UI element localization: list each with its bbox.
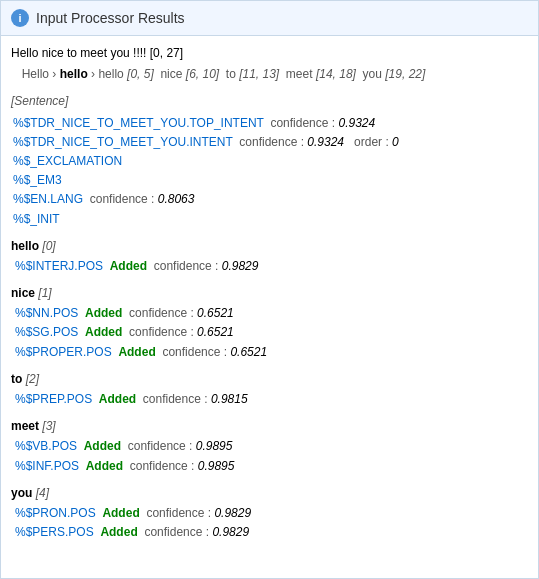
word-header-to: to [2] (11, 370, 528, 389)
word-section-meet: meet [3] %$VB.POS Added confidence : 0.9… (11, 417, 528, 476)
pos-line-meet-1: %$VB.POS Added confidence : 0.9895 (11, 437, 528, 456)
intent-line-2: %$TDR_NICE_TO_MEET_YOU.INTENT confidence… (11, 133, 528, 152)
pos-line-nice-2: %$SG.POS Added confidence : 0.6521 (11, 323, 528, 342)
word-section-hello: hello [0] %$INTERJ.POS Added confidence … (11, 237, 528, 276)
intent-line-1: %$TDR_NICE_TO_MEET_YOU.TOP_INTENT confid… (11, 114, 528, 133)
pos-line-nice-3: %$PROPER.POS Added confidence : 0.6521 (11, 343, 528, 362)
intent-line-3: %$_EXCLAMATION (11, 152, 528, 171)
word-header-nice: nice [1] (11, 284, 528, 303)
intent-line-5: %$EN.LANG confidence : 0.8063 (11, 190, 528, 209)
word-header-hello: hello [0] (11, 237, 528, 256)
word-section-you: you [4] %$PRON.POS Added confidence : 0.… (11, 484, 528, 543)
intent-line-4: %$_EM3 (11, 171, 528, 190)
pos-line-hello-1: %$INTERJ.POS Added confidence : 0.9829 (11, 257, 528, 276)
intent-line-6: %$_INIT (11, 210, 528, 229)
info-icon: i (11, 9, 29, 27)
content-area: Hello nice to meet you !!!! [0, 27] Hell… (1, 36, 538, 550)
pos-line-to-1: %$PREP.POS Added confidence : 0.9815 (11, 390, 528, 409)
pos-line-meet-2: %$INF.POS Added confidence : 0.9895 (11, 457, 528, 476)
word-section-to: to [2] %$PREP.POS Added confidence : 0.9… (11, 370, 528, 409)
word-section-nice: nice [1] %$NN.POS Added confidence : 0.6… (11, 284, 528, 362)
word-header-you: you [4] (11, 484, 528, 503)
input-sentence: Hello nice to meet you !!!! [0, 27] (11, 44, 528, 63)
header-title: Input Processor Results (36, 10, 185, 26)
pos-line-you-2: %$PERS.POS Added confidence : 0.9829 (11, 523, 528, 542)
word-header-meet: meet [3] (11, 417, 528, 436)
header: i Input Processor Results (1, 1, 538, 36)
main-container: i Input Processor Results Hello nice to … (0, 0, 539, 579)
token-line: Hello › hello › hello [0, 5] nice [6, 10… (11, 65, 528, 84)
pos-line-you-1: %$PRON.POS Added confidence : 0.9829 (11, 504, 528, 523)
sentence-section: [Sentence] %$TDR_NICE_TO_MEET_YOU.TOP_IN… (11, 92, 528, 228)
sentence-label: [Sentence] (11, 92, 528, 111)
pos-line-nice-1: %$NN.POS Added confidence : 0.6521 (11, 304, 528, 323)
